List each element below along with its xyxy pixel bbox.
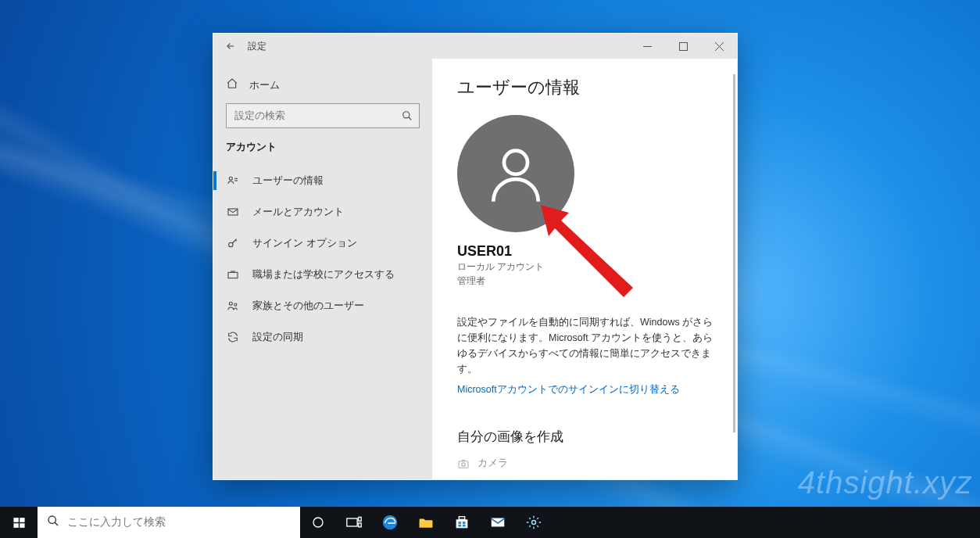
section-label: アカウント	[213, 141, 432, 165]
person-icon	[482, 140, 549, 207]
nav-label: メールとアカウント	[252, 205, 344, 219]
minimize-button[interactable]	[629, 34, 665, 59]
cortana-icon	[311, 515, 325, 529]
settings-window: 設定 ホーム アカウント	[213, 33, 738, 480]
arrow-left-icon	[225, 41, 236, 52]
svg-point-14	[504, 151, 528, 174]
svg-point-13	[234, 303, 237, 306]
taskbar-search-placeholder: ここに入力して検索	[67, 515, 166, 529]
start-button[interactable]	[0, 507, 38, 538]
content-pane: ユーザーの情報 USER01 ローカル アカウント 管理者 設定やファイルを自動…	[432, 59, 737, 479]
scrollbar[interactable]	[733, 74, 735, 432]
camera-label: カメラ	[477, 457, 508, 470]
back-button[interactable]	[213, 34, 248, 59]
svg-rect-33	[463, 522, 466, 524]
account-role: 管理者	[457, 274, 715, 288]
username: USER01	[457, 243, 715, 260]
search-field[interactable]	[227, 110, 395, 121]
taskbar-search[interactable]: ここに入力して検索	[38, 507, 300, 538]
nav-label: 設定の同期	[252, 330, 303, 344]
svg-point-16	[462, 462, 466, 466]
nav-work-school[interactable]: 職場または学校にアクセスする	[213, 259, 432, 290]
nav-label: ユーザーの情報	[252, 174, 324, 188]
sync-description: 設定やファイルを自動的に同期すれば、Windows がさらに便利になります。Mi…	[457, 314, 715, 377]
sidebar: ホーム アカウント ユーザーの情報	[213, 59, 432, 479]
switch-account-link[interactable]: Microsoftアカウントでのサインインに切り替える	[457, 383, 715, 396]
nav-signin-options[interactable]: サインイン オプション	[213, 228, 432, 259]
cortana-button[interactable]	[300, 507, 336, 538]
store-icon	[453, 514, 470, 531]
taskbar: ここに入力して検索	[0, 507, 980, 538]
svg-rect-9	[228, 209, 238, 215]
taskbar-app-edge[interactable]	[372, 507, 408, 538]
nav-family-users[interactable]: 家族とその他のユーザー	[213, 290, 432, 321]
svg-rect-20	[13, 523, 18, 528]
svg-point-24	[313, 518, 323, 527]
svg-rect-34	[458, 525, 461, 527]
svg-rect-35	[463, 525, 466, 527]
svg-rect-27	[359, 523, 361, 527]
briefcase-icon	[226, 268, 240, 281]
svg-rect-18	[13, 518, 18, 522]
search-icon	[395, 110, 419, 121]
svg-line-23	[55, 522, 58, 525]
nav-user-info[interactable]: ユーザーの情報	[213, 165, 432, 196]
svg-rect-25	[347, 518, 357, 526]
task-view-icon	[346, 516, 362, 529]
taskbar-app-mail[interactable]	[480, 507, 516, 538]
edge-icon	[381, 514, 399, 531]
svg-rect-31	[459, 517, 464, 520]
home-link[interactable]: ホーム	[213, 73, 432, 103]
account-type: ローカル アカウント	[457, 260, 715, 274]
home-icon	[226, 77, 238, 92]
window-title: 設定	[248, 40, 266, 53]
family-icon	[226, 299, 240, 312]
svg-rect-15	[459, 461, 468, 468]
svg-rect-30	[456, 519, 468, 528]
taskbar-app-store[interactable]	[444, 507, 480, 538]
svg-rect-26	[359, 517, 361, 521]
windows-icon	[13, 516, 26, 529]
svg-point-4	[403, 112, 410, 118]
svg-rect-21	[20, 523, 24, 528]
nav-label: サインイン オプション	[252, 236, 357, 250]
nav-mail-accounts[interactable]: メールとアカウント	[213, 196, 432, 228]
search-icon	[47, 515, 59, 530]
mail-app-icon	[489, 514, 506, 531]
sync-icon	[226, 331, 240, 343]
nav-sync-settings[interactable]: 設定の同期	[213, 321, 432, 353]
user-card-icon	[226, 174, 240, 187]
avatar	[457, 115, 574, 232]
search-input[interactable]	[226, 103, 420, 128]
svg-line-5	[409, 117, 412, 120]
nav-list: ユーザーの情報 メールとアカウント サインイン オプション	[213, 165, 432, 353]
close-icon	[715, 42, 724, 51]
maximize-button[interactable]	[665, 34, 701, 59]
svg-point-6	[229, 177, 232, 180]
svg-rect-32	[458, 522, 461, 524]
maximize-icon	[679, 42, 688, 51]
nav-label: 家族とその他のユーザー	[252, 299, 364, 313]
create-picture-heading: 自分の画像を作成	[457, 428, 715, 446]
titlebar: 設定	[213, 34, 737, 59]
camera-icon	[457, 457, 470, 470]
svg-point-22	[48, 516, 55, 523]
nav-label: 職場または学校にアクセスする	[252, 267, 395, 282]
svg-rect-19	[20, 518, 24, 522]
close-button[interactable]	[701, 34, 737, 59]
key-icon	[226, 237, 240, 249]
page-heading: ユーザーの情報	[457, 76, 715, 99]
svg-point-12	[229, 302, 232, 305]
home-label: ホーム	[249, 78, 280, 92]
minimize-icon	[643, 42, 652, 51]
taskbar-app-settings[interactable]	[516, 507, 552, 538]
task-view-button[interactable]	[336, 507, 372, 538]
watermark: 4thsight.xyz	[798, 465, 972, 500]
svg-point-37	[532, 521, 536, 525]
svg-rect-1	[679, 42, 687, 50]
taskbar-app-explorer[interactable]	[408, 507, 444, 538]
camera-option[interactable]: カメラ	[457, 457, 715, 470]
folder-icon	[417, 514, 435, 531]
svg-point-10	[229, 242, 233, 246]
svg-rect-29	[420, 521, 433, 527]
